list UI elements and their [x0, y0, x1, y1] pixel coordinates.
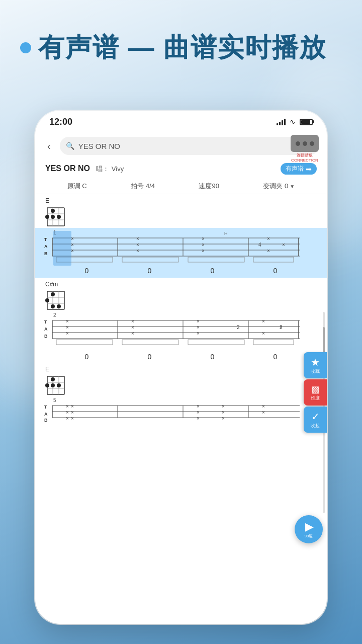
- search-row: ‹ 🔍 YES OR NO ✕: [35, 133, 327, 159]
- status-bar: 12:00 ∿: [35, 111, 327, 133]
- chord-e2-diagram: [45, 374, 66, 396]
- svg-text:×: ×: [267, 248, 270, 254]
- svg-text:×: ×: [136, 236, 139, 242]
- section-1: E 1: [35, 194, 327, 278]
- section-2: C#m 2 T A: [35, 278, 327, 363]
- svg-rect-82: [188, 340, 244, 345]
- connection-panel: 连接踏板 CONNECTION: [291, 135, 319, 164]
- svg-text:T: T: [44, 405, 47, 410]
- bookmark-label: 收藏: [311, 368, 320, 375]
- tab-numbers-1: 0 0 0 0: [35, 266, 327, 275]
- svg-text:×: ×: [131, 325, 134, 330]
- svg-text:×: ×: [202, 236, 205, 242]
- search-bar[interactable]: 🔍 YES OR NO ✕: [60, 137, 319, 155]
- svg-text:B: B: [44, 251, 48, 256]
- svg-text:B: B: [44, 334, 48, 339]
- svg-text:H: H: [224, 231, 228, 236]
- svg-text:×: ×: [131, 331, 134, 336]
- svg-text:×: ×: [222, 410, 225, 415]
- search-query-text: YES OR NO: [78, 142, 300, 150]
- meta-capo-dropdown[interactable]: 变调夹 0 ▼: [263, 182, 295, 191]
- chord-e-label: E: [45, 197, 49, 204]
- section-3: E 5 T A B: [35, 363, 327, 426]
- bar-number-2: 2: [53, 312, 56, 318]
- svg-text:×: ×: [71, 416, 74, 421]
- voiced-badge-icon: ➡: [306, 165, 312, 173]
- battery-fill: [301, 120, 310, 124]
- singer-label: 唱：: [96, 165, 109, 173]
- svg-point-50: [51, 292, 55, 296]
- svg-rect-41: [253, 257, 294, 262]
- svg-text:2: 2: [237, 325, 240, 330]
- svg-text:×: ×: [66, 410, 69, 415]
- signal-bar-1: [277, 123, 278, 125]
- svg-text:×: ×: [222, 416, 225, 421]
- meta-time: 拍号 4/4: [131, 182, 155, 191]
- play-icon: ▶: [305, 520, 314, 533]
- svg-point-11: [57, 215, 61, 219]
- svg-point-10: [51, 215, 55, 219]
- board-dot-2: [303, 141, 307, 146]
- svg-text:×: ×: [197, 404, 200, 409]
- svg-text:B: B: [44, 418, 48, 423]
- collapse-label: 收起: [311, 423, 320, 429]
- play-button[interactable]: ▶ 90速: [295, 515, 323, 543]
- svg-text:×: ×: [136, 248, 139, 254]
- song-meta-row: 原调 C 拍号 4/4 速度90 变调夹 0 ▼: [35, 179, 327, 194]
- svg-text:×: ×: [262, 410, 265, 415]
- svg-rect-40: [188, 257, 244, 262]
- svg-text:×: ×: [222, 404, 225, 409]
- tab-svg-3: T A B × × × × × × ×: [43, 398, 305, 424]
- page-header: 有声谱 — 曲谱实时播放: [20, 30, 326, 65]
- chord-cm-diagram: [45, 289, 66, 311]
- svg-rect-39: [122, 257, 178, 262]
- svg-text:×: ×: [202, 242, 205, 248]
- play-speed-label: 90速: [305, 533, 313, 539]
- chord-e2-label: E: [45, 366, 49, 373]
- chevron-down-icon: ✓: [311, 411, 320, 423]
- header-title: 有声谱 — 曲谱实时播放: [38, 30, 326, 65]
- voiced-badge-label: 有声谱: [286, 165, 304, 173]
- tab-section-3-partial: 5 T A B × × × × ×: [35, 396, 327, 426]
- signal-bar-3: [282, 120, 283, 125]
- battery-icon: [300, 119, 313, 125]
- voiced-badge[interactable]: 有声谱 ➡: [281, 163, 317, 175]
- svg-point-94: [51, 383, 55, 387]
- header-dot: [20, 42, 31, 53]
- bookmark-button[interactable]: ★ 收藏: [304, 352, 327, 378]
- signal-bar-2: [279, 122, 281, 125]
- svg-point-51: [45, 298, 49, 302]
- svg-text:2: 2: [280, 325, 283, 330]
- svg-rect-81: [122, 340, 178, 345]
- phone-mockup: 12:00 ∿ ‹ 🔍 YES OR NO ✕: [35, 111, 327, 624]
- tab-numbers-2: 0 0 0 0: [35, 352, 327, 361]
- tab-section-1-highlighted: 1 T A B: [35, 228, 327, 278]
- svg-text:×: ×: [66, 416, 69, 421]
- song-info-row: YES OR NO 唱： Vivy 有声谱 ➡: [35, 159, 327, 179]
- song-title: YES OR NO: [45, 164, 90, 173]
- difficulty-button[interactable]: ▩ 难度: [304, 379, 327, 406]
- tab-inner-3: 5 T A B × × × × ×: [43, 398, 319, 426]
- svg-text:×: ×: [267, 236, 270, 242]
- song-title-area: YES OR NO 唱： Vivy: [45, 164, 124, 174]
- svg-point-53: [57, 304, 61, 308]
- side-buttons: ★ 收藏 ▩ 难度 ✓ 收起: [304, 352, 327, 433]
- connection-board[interactable]: [291, 135, 319, 152]
- collapse-button[interactable]: ✓ 收起: [304, 407, 327, 433]
- tab-section-2: 2 T A B × × ×: [35, 311, 327, 363]
- tab-inner-2: 2 T A B × × ×: [43, 313, 319, 352]
- svg-point-95: [57, 383, 61, 387]
- signal-bars-icon: [277, 118, 286, 125]
- meta-speed: 速度90: [199, 182, 219, 191]
- search-connection-area: ‹ 🔍 YES OR NO ✕ 连接踏板 CONNECTION: [35, 133, 327, 159]
- wifi-icon: ∿: [290, 118, 296, 126]
- star-icon: ★: [311, 356, 320, 368]
- svg-text:×: ×: [131, 318, 134, 324]
- svg-text:×: ×: [282, 242, 285, 248]
- svg-text:×: ×: [197, 318, 200, 324]
- svg-text:×: ×: [202, 248, 205, 254]
- svg-rect-83: [253, 340, 294, 345]
- blue-highlight-1: [53, 231, 71, 266]
- back-button[interactable]: ‹: [43, 138, 55, 154]
- svg-text:×: ×: [262, 331, 265, 336]
